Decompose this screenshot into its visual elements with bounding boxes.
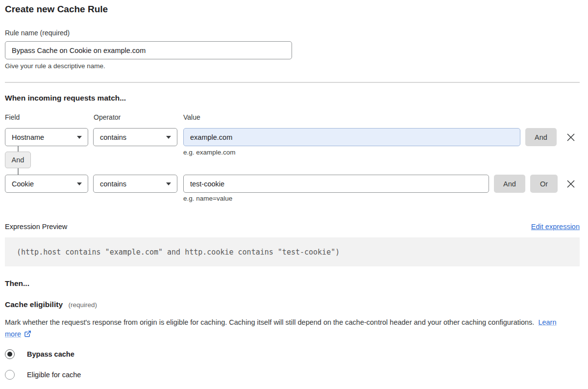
chevron-down-icon xyxy=(77,136,82,139)
operator-select-row1[interactable]: contains xyxy=(93,128,177,146)
close-icon xyxy=(566,133,575,142)
connector-line-bottom xyxy=(18,168,19,175)
rule-name-input[interactable] xyxy=(5,41,292,59)
field-select-row1[interactable]: Hostname xyxy=(5,128,88,146)
cache-eligibility-heading: Cache eligibility xyxy=(5,300,63,309)
description-text: Mark whether the request's response from… xyxy=(5,318,534,326)
page-title: Create new Cache Rule xyxy=(5,4,108,15)
and-button-row1[interactable]: And xyxy=(525,128,557,146)
chevron-down-icon xyxy=(166,136,171,139)
connector-and-chip[interactable]: And xyxy=(5,152,31,168)
or-button-row2[interactable]: Or xyxy=(530,175,558,193)
radio-option-0[interactable]: Bypass cache xyxy=(5,349,74,359)
value-hint-row1: e.g. example.com xyxy=(183,149,236,156)
cache-eligibility-description: Mark whether the request's response from… xyxy=(5,316,569,341)
radio-circle[interactable] xyxy=(5,370,15,380)
expression-code: (http.host contains "example.com" and ht… xyxy=(17,248,340,257)
rule-name-helper: Give your rule a descriptive name. xyxy=(5,62,105,70)
operator-select-row2-value: contains xyxy=(100,180,126,188)
external-link-icon xyxy=(24,329,31,341)
field-select-row1-value: Hostname xyxy=(12,133,44,141)
radio-option-1[interactable]: Eligible for cache xyxy=(5,370,81,380)
rule-name-label: Rule name (required) xyxy=(5,29,70,37)
then-heading: Then... xyxy=(5,279,29,288)
connector-line-top xyxy=(18,146,19,152)
cache-eligibility-heading-row: Cache eligibility (required) xyxy=(5,300,97,309)
radio-circle[interactable] xyxy=(5,349,15,359)
chevron-down-icon xyxy=(166,182,171,185)
value-input-row1[interactable] xyxy=(183,128,520,146)
column-label-field: Field xyxy=(5,113,20,121)
expression-preview-label: Expression Preview xyxy=(5,223,67,231)
operator-select-row2[interactable]: contains xyxy=(93,175,177,193)
value-hint-row2: e.g. name=value xyxy=(183,195,232,202)
column-label-value: Value xyxy=(183,113,200,121)
remove-row2-button[interactable] xyxy=(565,179,576,189)
chevron-down-icon xyxy=(77,182,82,185)
close-icon xyxy=(566,180,575,188)
radio-label: Eligible for cache xyxy=(27,371,81,379)
create-cache-rule-page: Create new Cache Rule Rule name (require… xyxy=(0,0,588,389)
required-note: (required) xyxy=(68,301,97,309)
operator-select-row1-value: contains xyxy=(100,133,126,141)
radio-label: Bypass cache xyxy=(27,350,74,358)
column-label-operator: Operator xyxy=(94,113,121,121)
field-select-row2-value: Cookie xyxy=(12,180,34,188)
value-input-row2[interactable] xyxy=(183,175,489,193)
section-divider xyxy=(5,82,580,83)
radio-dot xyxy=(7,372,12,377)
remove-row1-button[interactable] xyxy=(565,132,576,143)
and-button-row2[interactable]: And xyxy=(494,175,525,193)
radio-dot xyxy=(7,352,12,357)
field-select-row2[interactable]: Cookie xyxy=(5,175,88,193)
expression-code-block: (http.host contains "example.com" and ht… xyxy=(5,237,580,266)
edit-expression-link[interactable]: Edit expression xyxy=(531,223,580,231)
match-heading: When incoming requests match... xyxy=(5,94,126,103)
